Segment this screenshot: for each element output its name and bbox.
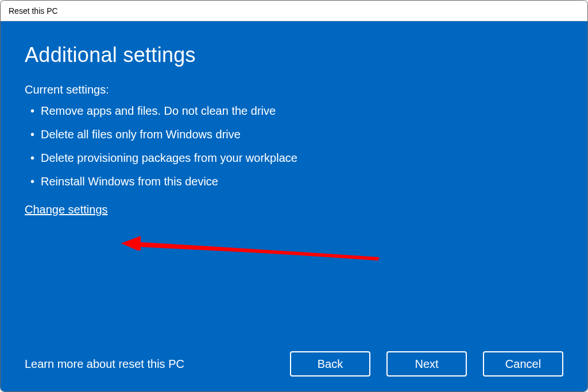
settings-list: Remove apps and files. Do not clean the … (28, 104, 563, 199)
page-heading: Additional settings (25, 43, 563, 67)
button-row: Back Next Cancel (290, 351, 563, 377)
back-button[interactable]: Back (290, 351, 370, 377)
svg-marker-0 (121, 236, 141, 251)
window-title: Reset this PC (9, 6, 58, 15)
reset-pc-window: Reset this PC Additional settings Curren… (0, 0, 588, 392)
list-item: Reinstall Windows from this device (28, 175, 563, 188)
list-item: Delete all files only from Windows drive (28, 128, 563, 141)
footer: Learn more about reset this PC Back Next… (25, 351, 563, 377)
titlebar[interactable]: Reset this PC (1, 1, 587, 21)
list-item: Remove apps and files. Do not clean the … (28, 104, 563, 118)
content-area: Additional settings Current settings: Re… (1, 21, 587, 391)
list-item: Delete provisioning packages from your w… (28, 152, 563, 165)
annotation-arrow-icon (121, 218, 385, 263)
change-settings-link[interactable]: Change settings (25, 203, 108, 216)
cancel-button[interactable]: Cancel (483, 351, 563, 377)
learn-more-link[interactable]: Learn more about reset this PC (25, 358, 184, 371)
next-button[interactable]: Next (386, 351, 467, 377)
current-settings-label: Current settings: (25, 83, 563, 96)
